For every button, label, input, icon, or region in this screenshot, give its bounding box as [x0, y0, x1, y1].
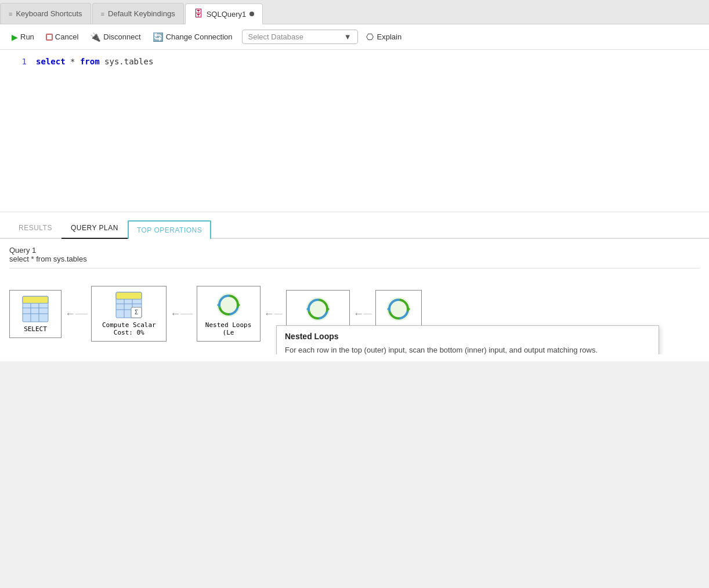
- tab-menu-icon-2: ≡: [101, 10, 104, 17]
- left-arrow-icon-2: ←: [170, 308, 180, 320]
- query-info-sql: select * from sys.tables: [9, 255, 700, 263]
- arrow-4: ← ──: [350, 308, 375, 320]
- sql-editor[interactable]: 1 select * from sys.tables: [0, 50, 709, 212]
- disconnect-icon: 🔌: [90, 32, 101, 42]
- left-arrow-icon-4: ←: [353, 308, 364, 320]
- explain-label: Explain: [377, 32, 402, 41]
- query-plan-content: Query 1 select * from sys.tables SELECT …: [0, 239, 709, 361]
- select-node-label: SELECT: [24, 325, 47, 333]
- select-node[interactable]: SELECT: [9, 290, 62, 338]
- code-line-1: 1 select * from sys.tables: [0, 57, 709, 66]
- nl1-sublabel: (Le: [223, 329, 234, 336]
- change-connection-icon: 🔄: [153, 32, 164, 42]
- svg-rect-7: [116, 292, 142, 299]
- code-table: sys.tables: [100, 57, 154, 66]
- select-node-icon: [21, 295, 49, 323]
- arrow-1: ← ───: [62, 308, 91, 320]
- tab-sqlquery1[interactable]: 🗄 SQLQuery1: [185, 3, 263, 24]
- code-star: *: [66, 57, 80, 66]
- tab-keyboard-shortcuts[interactable]: ≡ Keyboard Shortcuts: [0, 3, 91, 24]
- arrow-line-1: ───: [75, 311, 88, 317]
- tooltip-title: Nested Loops: [285, 332, 650, 341]
- tab-label: Keyboard Shortcuts: [16, 9, 82, 18]
- code-content: select * from sys.tables: [36, 57, 153, 66]
- select-database-dropdown[interactable]: Select Database ▼: [242, 30, 358, 44]
- tab-query-plan-label: QUERY PLAN: [71, 224, 118, 232]
- plan-diagram: SELECT ← ─── Σ Compute Scalar Cost: 0%: [9, 273, 700, 354]
- compute-scalar-node[interactable]: Σ Compute Scalar Cost: 0%: [91, 286, 167, 342]
- run-button[interactable]: ▶ Run: [7, 30, 39, 44]
- tab-top-operations[interactable]: TOP OPERATIONS: [128, 220, 211, 239]
- arrow-line-3: ──: [274, 311, 283, 317]
- cancel-icon: [46, 34, 53, 41]
- nested-loops-tooltip: Nested Loops For each row in the top (ou…: [276, 325, 659, 354]
- tab-top-operations-label: TOP OPERATIONS: [137, 226, 202, 234]
- query-info: Query 1 select * from sys.tables: [9, 246, 700, 263]
- keyword-from: from: [80, 57, 100, 66]
- tab-default-keybindings[interactable]: ≡ Default Keybindings: [92, 3, 184, 24]
- dropdown-arrow-icon: ▼: [344, 32, 352, 41]
- toolbar: ▶ Run Cancel 🔌 Disconnect 🔄 Change Conne…: [0, 24, 709, 50]
- disconnect-label: Disconnect: [103, 32, 140, 41]
- tab-results-label: RESULTS: [19, 224, 52, 232]
- tab-menu-icon: ≡: [9, 10, 12, 17]
- compute-scalar-label: Compute Scalar: [102, 321, 156, 329]
- compute-scalar-node-icon: Σ: [115, 291, 143, 319]
- nested-loops-3-icon: [385, 295, 413, 323]
- arrow-line-4: ──: [364, 311, 372, 317]
- tab-query-plan[interactable]: QUERY PLAN: [62, 218, 128, 239]
- plan-separator: [9, 268, 700, 268]
- nl1-label: Nested Loops: [205, 321, 251, 329]
- tooltip-description: For each row in the top (outer) input, s…: [285, 344, 650, 354]
- line-number: 1: [9, 57, 27, 66]
- keyword-select: select: [36, 57, 66, 66]
- unsaved-dot: [249, 12, 254, 16]
- run-label: Run: [20, 32, 34, 41]
- change-connection-label: Change Connection: [166, 32, 233, 41]
- tab-bar: ≡ Keyboard Shortcuts ≡ Default Keybindin…: [0, 0, 709, 24]
- arrow-2: ← ───: [167, 308, 196, 320]
- svg-text:Σ: Σ: [135, 309, 138, 315]
- cancel-button[interactable]: Cancel: [41, 30, 83, 43]
- nested-loops-1-node[interactable]: Nested Loops (Le: [197, 286, 261, 342]
- nested-loops-1-icon: [215, 291, 243, 319]
- tab-label-3: SQLQuery1: [207, 10, 247, 19]
- tab-label-2: Default Keybindings: [108, 9, 175, 18]
- nested-loops-2-icon: [304, 295, 332, 323]
- svg-rect-1: [23, 296, 48, 303]
- arrow-3: ← ──: [261, 308, 286, 320]
- tab-results[interactable]: RESULTS: [9, 218, 62, 239]
- run-icon: ▶: [12, 32, 18, 42]
- select-database-text: Select Database: [248, 32, 341, 41]
- left-arrow-icon-3: ←: [264, 308, 274, 320]
- query-info-title: Query 1: [9, 246, 700, 255]
- db-icon: 🗄: [194, 9, 203, 19]
- explain-button[interactable]: ⎔ Explain: [360, 30, 408, 45]
- arrow-line-2: ───: [180, 311, 193, 317]
- compute-scalar-sublabel: Cost: 0%: [114, 329, 144, 336]
- change-connection-button[interactable]: 🔄 Change Connection: [148, 30, 237, 45]
- disconnect-button[interactable]: 🔌 Disconnect: [85, 30, 145, 45]
- explain-icon: ⎔: [366, 32, 374, 42]
- left-arrow-icon-1: ←: [65, 308, 75, 320]
- cancel-label: Cancel: [55, 32, 78, 41]
- result-tabs-bar: RESULTS QUERY PLAN TOP OPERATIONS: [0, 212, 709, 239]
